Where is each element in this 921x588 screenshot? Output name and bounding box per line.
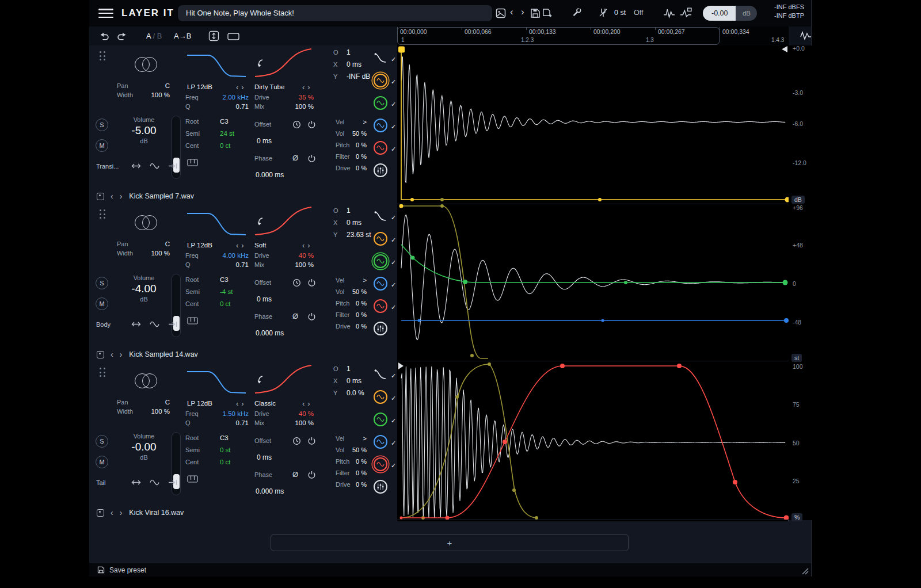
drive-type[interactable]: Dirty Tube: [254, 83, 284, 90]
filter-mod-value[interactable]: 0 %: [352, 153, 367, 160]
next-preset-icon[interactable]: ›: [521, 6, 524, 18]
pitch-mod-value[interactable]: 0 %: [352, 300, 367, 307]
check-icon[interactable]: ✓: [391, 304, 396, 311]
env-x-value[interactable]: 0 ms: [347, 60, 374, 68]
mute-button[interactable]: M: [96, 297, 108, 310]
mute-button[interactable]: M: [96, 456, 108, 468]
phase-power-icon[interactable]: [307, 312, 316, 321]
transpose-value[interactable]: 0 st: [614, 9, 626, 17]
waveform-panel-3[interactable]: [397, 361, 789, 520]
goto-end-icon[interactable]: [168, 162, 178, 170]
meter-draw-icon[interactable]: [663, 7, 675, 19]
pan-value[interactable]: C: [151, 240, 170, 247]
pan-width-control[interactable]: [135, 215, 157, 230]
check-icon[interactable]: ✓: [391, 395, 396, 402]
check-icon[interactable]: ✓: [391, 56, 396, 63]
output-gain-control[interactable]: -0.00 dB: [703, 6, 757, 21]
solo-button[interactable]: S: [96, 277, 108, 289]
pan-width-control[interactable]: [135, 57, 157, 72]
volume-envelope-button[interactable]: [374, 232, 387, 246]
volume-envelope-button[interactable]: [374, 390, 387, 404]
wave-icon[interactable]: [150, 162, 159, 170]
sample-name[interactable]: Kick Viral 16.wav: [129, 509, 184, 517]
phase-invert-icon[interactable]: Ø: [292, 312, 298, 320]
drive-mod-value[interactable]: 0 %: [352, 165, 367, 171]
drive-mod-value[interactable]: 0 %: [352, 323, 367, 330]
meter-flag-icon[interactable]: [680, 7, 692, 19]
ab-copy-button[interactable]: A→B: [174, 32, 191, 40]
width-value[interactable]: 100 %: [151, 250, 170, 257]
mod-sliders-button[interactable]: [374, 163, 387, 177]
swap-icon[interactable]: [131, 162, 141, 170]
save-preset-button[interactable]: Save preset: [109, 566, 146, 574]
check-icon[interactable]: ✓: [391, 440, 396, 447]
root-value[interactable]: C3: [220, 434, 249, 441]
waveform-panel-1[interactable]: [397, 45, 789, 204]
pan-value[interactable]: C: [151, 399, 170, 406]
drive-prev-icon[interactable]: ‹: [302, 83, 305, 91]
vel-value[interactable]: >: [352, 119, 367, 125]
filter-next-icon[interactable]: ›: [241, 399, 243, 408]
check-icon[interactable]: ✓: [391, 281, 396, 289]
phase-power-icon[interactable]: [307, 154, 316, 163]
q-value[interactable]: 0.71: [223, 261, 249, 268]
resize-grip[interactable]: [800, 566, 809, 575]
width-value[interactable]: 100 %: [151, 91, 170, 98]
clock-icon[interactable]: [292, 278, 301, 287]
pitch-envelope-button[interactable]: [374, 96, 387, 110]
drive-type-selector[interactable]: ‹›: [302, 399, 310, 408]
swap-icon[interactable]: [131, 479, 141, 486]
env-x-value[interactable]: 0 ms: [347, 377, 374, 385]
range-marker[interactable]: [782, 46, 787, 52]
drive-envelope[interactable]: [401, 366, 786, 518]
ab-b[interactable]: B: [157, 32, 162, 40]
filter-envelope-button[interactable]: [374, 119, 387, 132]
filter-envelope-button[interactable]: [374, 277, 387, 291]
filter-type-selector[interactable]: ‹›: [236, 399, 244, 408]
redo-icon[interactable]: [117, 30, 128, 41]
piano-icon[interactable]: [187, 317, 198, 324]
drag-handle[interactable]: [100, 209, 105, 219]
drive-curve[interactable]: [254, 364, 313, 395]
ab-toggle[interactable]: A / B: [146, 32, 162, 40]
filter-mod-value[interactable]: 0 %: [352, 469, 367, 476]
layer-tag[interactable]: Tail: [96, 479, 123, 486]
env-o-value[interactable]: 1: [347, 207, 374, 215]
layer-tag[interactable]: Transi...: [96, 163, 123, 170]
undo-icon[interactable]: [98, 30, 109, 41]
env-y-value[interactable]: 0.0 %: [347, 389, 374, 397]
volume-value[interactable]: -0.00: [123, 441, 165, 453]
filter-type[interactable]: LP 12dB: [187, 242, 212, 249]
next-sample-icon[interactable]: ›: [120, 351, 123, 358]
preset-browser-icon[interactable]: [496, 8, 506, 18]
envelope-point[interactable]: [440, 198, 444, 201]
save-icon[interactable]: [530, 8, 541, 18]
solo-button[interactable]: S: [96, 435, 108, 448]
drive-next-icon[interactable]: ›: [307, 241, 310, 250]
pitch-envelope-button[interactable]: [374, 254, 387, 268]
filter-curve[interactable]: [186, 48, 247, 79]
env-x-value[interactable]: 0 ms: [347, 219, 374, 227]
filter-next-icon[interactable]: ›: [241, 241, 243, 250]
envelope-point[interactable]: [783, 280, 788, 285]
swap-icon[interactable]: [131, 320, 141, 328]
check-icon[interactable]: ✓: [391, 259, 396, 266]
drive-next-icon[interactable]: ›: [307, 83, 310, 91]
layer-tag[interactable]: Body: [96, 321, 123, 328]
envelope-shape-icon[interactable]: [374, 209, 387, 223]
height-expand-icon[interactable]: [208, 30, 219, 41]
mix-value[interactable]: 100 %: [295, 103, 314, 110]
output-gain-value[interactable]: -0.00: [711, 9, 728, 17]
env-y-value[interactable]: -INF dB: [347, 72, 374, 81]
next-sample-icon[interactable]: ›: [120, 509, 123, 517]
filter-next-icon[interactable]: ›: [241, 83, 243, 91]
mix-value[interactable]: 100 %: [295, 261, 314, 268]
filter-prev-icon[interactable]: ‹: [236, 83, 238, 91]
volume-envelope[interactable]: [401, 49, 787, 200]
semi-value[interactable]: 0 st: [220, 446, 249, 453]
filter-mod-value[interactable]: 0 %: [352, 311, 367, 318]
volume-envelope-button[interactable]: [374, 74, 387, 87]
wave-icon[interactable]: [150, 320, 159, 328]
envelope-point[interactable]: [446, 516, 450, 520]
envelope-point[interactable]: [418, 319, 421, 322]
